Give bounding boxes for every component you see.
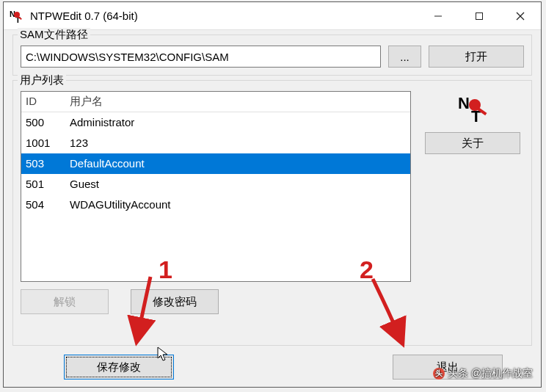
user-list-group: 用户列表 ID 用户名 500Administrator1001123503De… bbox=[12, 80, 532, 346]
table-row[interactable]: 501Guest bbox=[21, 174, 410, 195]
change-password-button[interactable]: 修改密码 bbox=[131, 289, 219, 314]
user-list-legend: 用户列表 bbox=[18, 73, 66, 87]
maximize-button[interactable] bbox=[459, 2, 500, 29]
open-button[interactable]: 打开 bbox=[429, 46, 524, 68]
cell-id: 1001 bbox=[26, 136, 70, 150]
cell-id: 501 bbox=[26, 177, 70, 192]
cell-name: DefaultAccount bbox=[70, 156, 406, 171]
cell-name: Administrator bbox=[70, 115, 406, 130]
table-row[interactable]: 500Administrator bbox=[21, 112, 410, 133]
table-row[interactable]: 503DefaultAccount bbox=[21, 153, 410, 174]
user-listbox[interactable]: ID 用户名 500Administrator1001123503Default… bbox=[21, 91, 411, 282]
close-button[interactable] bbox=[500, 2, 541, 29]
app-logo-icon: NT bbox=[456, 94, 489, 123]
sam-path-legend: SAM文件路径 bbox=[18, 28, 90, 42]
svg-text:N: N bbox=[458, 94, 470, 112]
cell-name: WDAGUtilityAccount bbox=[70, 197, 406, 212]
col-header-id: ID bbox=[26, 95, 70, 109]
app-window: NT NTPWEdit 0.7 (64-bit) SAM文件路径 ... 打开 … bbox=[3, 1, 542, 388]
cell-id: 503 bbox=[26, 156, 70, 171]
app-icon: NT bbox=[10, 9, 24, 23]
bottom-button-row: 保存修改 退出 bbox=[12, 350, 532, 380]
minimize-button[interactable] bbox=[418, 2, 459, 29]
svg-rect-5 bbox=[476, 12, 483, 19]
cell-id: 500 bbox=[26, 115, 70, 130]
sam-path-group: SAM文件路径 ... 打开 bbox=[12, 35, 532, 76]
cell-name: Guest bbox=[70, 177, 406, 192]
sam-path-input[interactable] bbox=[21, 46, 381, 68]
cell-id: 504 bbox=[26, 197, 70, 212]
col-header-name: 用户名 bbox=[70, 95, 406, 109]
unlock-button[interactable]: 解锁 bbox=[21, 289, 109, 314]
cell-name: 123 bbox=[70, 136, 406, 150]
list-header: ID 用户名 bbox=[21, 92, 410, 112]
browse-button[interactable]: ... bbox=[388, 46, 421, 68]
window-title: NTPWEdit 0.7 (64-bit) bbox=[30, 10, 138, 22]
exit-button[interactable]: 退出 bbox=[393, 355, 503, 380]
save-button[interactable]: 保存修改 bbox=[64, 355, 174, 380]
client-area: SAM文件路径 ... 打开 用户列表 ID 用户名 500Administra… bbox=[4, 30, 541, 387]
table-row[interactable]: 1001123 bbox=[21, 133, 410, 153]
about-button[interactable]: 关于 bbox=[425, 132, 520, 154]
titlebar: NT NTPWEdit 0.7 (64-bit) bbox=[4, 2, 541, 30]
table-row[interactable]: 504WDAGUtilityAccount bbox=[21, 195, 410, 215]
